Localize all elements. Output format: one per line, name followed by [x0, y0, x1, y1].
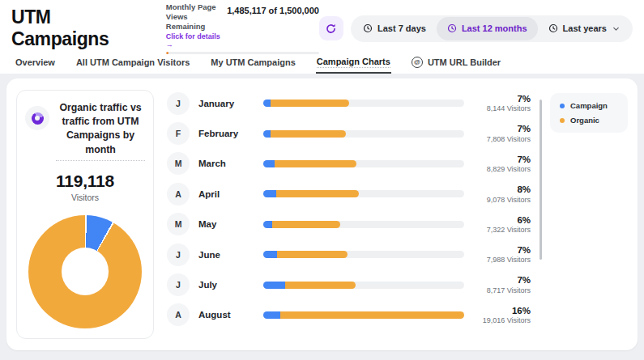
- tab-label: UTM URL Builder: [428, 57, 501, 67]
- bar-track: [263, 221, 464, 228]
- campaign-charts-card: Organic traffic vs traffic from UTM Camp…: [6, 78, 638, 350]
- month-row: M March 7% 8,829 Visitors: [167, 149, 531, 179]
- bar-organic-segment: [280, 311, 464, 319]
- clock-icon: [447, 23, 457, 33]
- month-label: March: [198, 159, 263, 168]
- bar-campaign-segment: [263, 190, 276, 197]
- month-rows: J January 7% 8,144 Visitors F February 7…: [154, 87, 542, 342]
- month-label: April: [198, 189, 263, 199]
- month-badge: A: [167, 183, 190, 205]
- bar-track: [263, 100, 464, 107]
- percent-label: 8%: [472, 184, 531, 194]
- bar-fill: [263, 130, 346, 138]
- visitors-label: 19,016 Visitors: [472, 316, 531, 324]
- month-row: F February 7% 7,808 Visitors: [167, 118, 531, 148]
- visitors-label: 8,717 Visitors: [472, 286, 531, 294]
- bar-fill: [263, 190, 359, 197]
- month-row: A April 8% 9,078 Visitors: [167, 179, 531, 209]
- month-label: June: [198, 250, 263, 260]
- bar-organic-segment: [276, 190, 359, 197]
- legend-dot: [560, 118, 565, 123]
- bar-organic-segment: [275, 160, 356, 167]
- bar-fill: [263, 100, 349, 107]
- month-badge: A: [167, 303, 190, 326]
- page-views-label: Monthly Page Views Remaining: [166, 2, 220, 32]
- donut-summary-card: Organic traffic vs traffic from UTM Camp…: [16, 90, 154, 339]
- range-button-label: Last years: [563, 23, 607, 33]
- tab-label: Overview: [15, 57, 55, 67]
- tab-label: Campaign Charts: [317, 57, 390, 68]
- bar-track: [263, 190, 464, 197]
- bar-track: [263, 311, 464, 319]
- tab-my-utm-campaigns[interactable]: My UTM Campaigns: [210, 50, 296, 74]
- bar-fill: [263, 251, 348, 258]
- donut-chart: [28, 215, 142, 328]
- rows-scrollbar[interactable]: [540, 100, 542, 260]
- legend-item-campaign[interactable]: Campaign: [560, 101, 618, 110]
- month-badge: J: [167, 244, 190, 266]
- month-badge: J: [167, 273, 190, 296]
- legend-item-organic[interactable]: Organic: [560, 116, 618, 125]
- refresh-icon: [325, 23, 337, 35]
- bar-organic-segment: [272, 221, 340, 228]
- range-last-12-months[interactable]: Last 12 months: [437, 17, 538, 40]
- pie-chart-icon: [25, 106, 49, 130]
- range-button-label: Last 12 months: [462, 23, 527, 33]
- tab-label: My UTM Campaigns: [211, 57, 296, 67]
- month-label: August: [198, 310, 263, 320]
- bar-organic-segment: [271, 100, 349, 107]
- chart-legend: Campaign Organic: [550, 93, 628, 133]
- bar-organic-segment: [277, 251, 348, 258]
- legend-label: Campaign: [570, 101, 608, 110]
- clock-icon: [363, 23, 373, 33]
- page-views-details-link[interactable]: Click for details →: [166, 32, 220, 49]
- bar-fill: [263, 282, 356, 289]
- total-visitors-value: 119,118: [25, 172, 145, 191]
- bar-campaign-segment: [263, 282, 285, 289]
- bar-campaign-segment: [263, 311, 280, 319]
- month-row: J July 7% 8,717 Visitors: [167, 269, 531, 299]
- visitors-label: 7,808 Visitors: [472, 135, 531, 143]
- percent-label: 6%: [472, 215, 531, 225]
- visitors-label: 7,322 Visitors: [472, 226, 531, 234]
- range-last-7-days[interactable]: Last 7 days: [352, 17, 437, 40]
- header-controls: Last 7 days Last 12 months Last years: [319, 15, 633, 42]
- bar-campaign-segment: [263, 251, 277, 258]
- tab-utm-url-builder[interactable]: @ UTM URL Builder: [411, 50, 501, 74]
- donut-chart-title: Organic traffic vs traffic from UTM Camp…: [56, 101, 145, 161]
- month-badge: M: [167, 152, 190, 175]
- page-views-block: Monthly Page Views Remaining Click for d…: [166, 2, 319, 54]
- total-visitors-label: Visitors: [25, 193, 145, 202]
- bar-track: [263, 130, 464, 138]
- tab-campaign-charts[interactable]: Campaign Charts: [316, 50, 391, 74]
- tab-overview[interactable]: Overview: [15, 50, 56, 74]
- percent-label: 7%: [472, 124, 531, 133]
- percent-label: 7%: [472, 245, 531, 255]
- visitors-label: 7,988 Visitors: [472, 256, 531, 264]
- tab-label: All UTM Campaign Visitors: [76, 57, 190, 67]
- at-sign-icon: @: [412, 57, 423, 68]
- month-label: July: [198, 280, 263, 290]
- bar-track: [263, 160, 464, 167]
- page-title: UTM Campaigns: [11, 6, 148, 50]
- bar-organic-segment: [285, 282, 355, 289]
- month-row: A August 16% 19,016 Visitors: [167, 300, 531, 330]
- tab-all-utm-campaign-visitors[interactable]: All UTM Campaign Visitors: [75, 50, 190, 74]
- month-badge: J: [167, 92, 190, 115]
- range-button-label: Last 7 days: [377, 23, 426, 33]
- percent-label: 7%: [472, 275, 531, 285]
- chevron-down-icon: [612, 24, 621, 33]
- visitors-label: 9,078 Visitors: [472, 196, 531, 204]
- month-badge: M: [167, 213, 190, 235]
- refresh-button[interactable]: [319, 16, 343, 40]
- legend-label: Organic: [570, 116, 599, 125]
- bar-campaign-segment: [263, 100, 271, 107]
- month-badge: F: [167, 122, 190, 145]
- range-last-years[interactable]: Last years: [538, 17, 631, 40]
- percent-label: 7%: [472, 155, 531, 164]
- bar-track: [263, 251, 464, 258]
- bar-campaign-segment: [263, 221, 272, 228]
- percent-label: 7%: [472, 94, 531, 104]
- month-label: January: [198, 99, 263, 108]
- bar-fill: [263, 221, 340, 228]
